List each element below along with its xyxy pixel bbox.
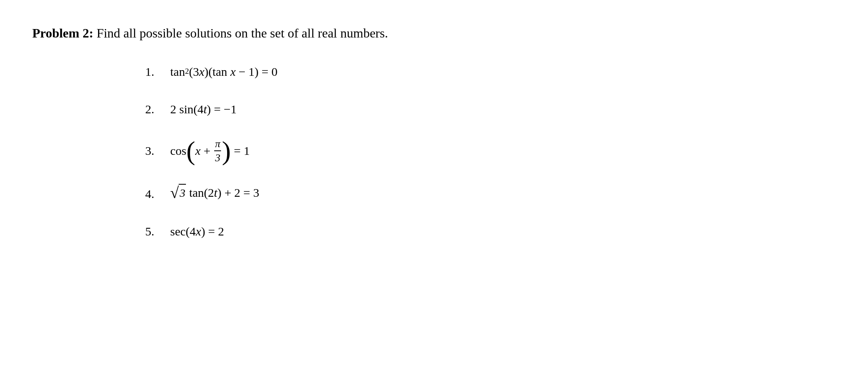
item-number-5: 5. (145, 222, 165, 240)
item-number-3: 3. (145, 142, 165, 160)
item-number-2: 2. (145, 100, 165, 118)
item-number-1: 1. (145, 62, 165, 81)
fraction-pi-3: π 3 (214, 138, 221, 164)
item-math-4: √3 tan(2t) + 2 = 3 (170, 183, 259, 202)
item-number-4: 4. (145, 185, 165, 203)
page: Problem 2: Find all possible solutions o… (32, 24, 758, 260)
list-item: 2. 2 sin(4t) = −1 (145, 100, 758, 118)
sqrt-radicand: 3 (179, 184, 186, 202)
list-item: 5. sec(4x) = 2 (145, 222, 758, 240)
list-item: 1. tan2(3x)(tan x − 1) = 0 (145, 62, 758, 81)
list-item: 3. cos ( x + π 3 ) = 1 (145, 138, 758, 164)
problem-list: 1. tan2(3x)(tan x − 1) = 0 2. 2 sin(4t) … (145, 62, 758, 260)
numerator: π (214, 138, 221, 151)
item-math-3: cos ( x + π 3 ) = 1 (170, 138, 250, 164)
sqrt-3: √3 (170, 184, 186, 202)
problem-label: Problem 2: (32, 26, 93, 40)
item-math-2: 2 sin(4t) = −1 (170, 100, 237, 118)
sqrt-symbol: √ (170, 185, 179, 200)
denominator: 3 (214, 151, 221, 164)
item-math-5: sec(4x) = 2 (170, 222, 224, 240)
right-paren-3: ) (222, 140, 231, 162)
problem-header: Problem 2: Find all possible solutions o… (32, 24, 758, 42)
left-paren-3: ( (186, 140, 195, 162)
list-item: 4. √3 tan(2t) + 2 = 3 (145, 183, 758, 203)
problem-description: Find all possible solutions on the set o… (96, 26, 388, 40)
item-math-1: tan2(3x)(tan x − 1) = 0 (170, 62, 278, 81)
